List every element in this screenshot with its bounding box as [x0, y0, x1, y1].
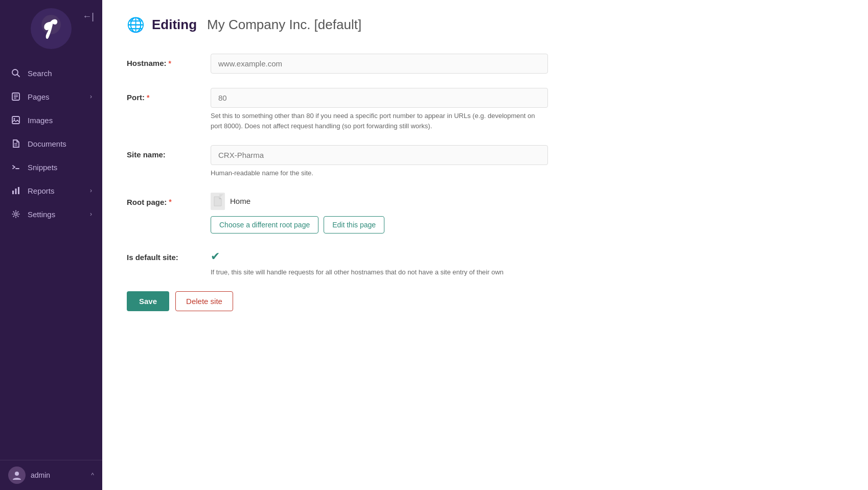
main-content: 🌐 Editing My Company Inc. [default] Host… [102, 0, 868, 490]
root-page-name: Home [230, 197, 250, 205]
avatar [8, 466, 26, 484]
hostname-input[interactable] [211, 54, 548, 74]
svg-point-1 [54, 20, 57, 22]
sidebar-item-documents[interactable]: Documents [0, 132, 102, 155]
pages-icon [10, 91, 21, 102]
user-menu-chevron-icon: ^ [91, 472, 94, 479]
hostname-field-wrap [211, 54, 548, 74]
root-page-required: * [169, 198, 171, 206]
root-page-field-wrap: Home Choose a different root page Edit t… [211, 193, 548, 234]
sidebar-item-label-search: Search [28, 69, 52, 78]
sidebar-item-pages[interactable]: Pages › [0, 85, 102, 108]
svg-line-3 [17, 75, 20, 77]
port-required: * [147, 94, 149, 102]
sidebar-item-label-settings: Settings [28, 210, 55, 219]
save-button[interactable]: Save [127, 291, 169, 311]
is-default-field-wrap: ✔ If true, this site will handle request… [211, 248, 548, 277]
chevron-right-icon: › [90, 93, 92, 100]
port-row: Port: * Set this to something other than… [127, 88, 843, 131]
is-default-label: Is default site: [127, 248, 198, 262]
port-label: Port: * [127, 88, 198, 102]
images-icon [10, 114, 21, 126]
edit-page-button[interactable]: Edit this page [324, 216, 384, 234]
user-footer[interactable]: admin ^ [0, 460, 102, 490]
page-title-name: My Company Inc. [default] [207, 17, 361, 33]
sidebar-item-settings[interactable]: Settings › [0, 202, 102, 226]
search-icon [10, 67, 21, 79]
svg-rect-13 [12, 191, 14, 194]
sidebar-item-images[interactable]: Images [0, 108, 102, 132]
sidebar-item-label-images: Images [28, 116, 53, 125]
reports-icon [10, 185, 21, 196]
svg-point-17 [15, 472, 19, 476]
sidebar: ←| Search [0, 0, 102, 490]
sidebar-item-snippets[interactable]: Snippets [0, 155, 102, 179]
svg-rect-8 [12, 116, 19, 124]
svg-point-9 [14, 118, 15, 120]
chevron-right-settings-icon: › [90, 211, 92, 218]
settings-icon [10, 208, 21, 220]
globe-icon: 🌐 [127, 16, 145, 33]
chevron-right-reports-icon: › [90, 187, 92, 194]
delete-site-button[interactable]: Delete site [175, 291, 233, 311]
is-default-row: Is default site: ✔ If true, this site wi… [127, 248, 843, 277]
site-name-field-wrap: Human-readable name for the site. [211, 145, 548, 178]
sidebar-item-reports[interactable]: Reports › [0, 179, 102, 202]
page-header: 🌐 Editing My Company Inc. [default] [127, 16, 843, 33]
sidebar-item-label-snippets: Snippets [28, 163, 57, 172]
hostname-required: * [169, 59, 171, 67]
form-actions: Save Delete site [127, 291, 843, 311]
svg-rect-14 [15, 189, 17, 194]
documents-icon [10, 138, 21, 149]
site-name-label: Site name: [127, 145, 198, 159]
site-name-input[interactable] [211, 145, 548, 165]
choose-root-page-button[interactable]: Choose a different root page [211, 216, 318, 234]
svg-point-16 [15, 213, 17, 216]
page-doc-icon [211, 193, 225, 210]
snippets-icon [10, 161, 21, 173]
sidebar-item-label-pages: Pages [28, 92, 50, 101]
page-title-editing: Editing [152, 17, 197, 33]
sidebar-item-label-documents: Documents [28, 139, 66, 148]
port-field-wrap: Set this to something other than 80 if y… [211, 88, 548, 131]
sidebar-item-search[interactable]: Search [0, 61, 102, 85]
port-input[interactable] [211, 88, 548, 108]
port-help-text: Set this to something other than 80 if y… [211, 111, 548, 131]
site-name-help-text: Human-readable name for the site. [211, 168, 548, 178]
root-page-buttons: Choose a different root page Edit this p… [211, 216, 548, 234]
hostname-row: Hostname: * [127, 54, 843, 74]
sidebar-logo [31, 8, 72, 49]
brand-bird-icon [36, 12, 66, 45]
svg-rect-15 [18, 187, 19, 194]
root-page-label: Root page: * [127, 193, 198, 206]
sidebar-item-label-reports: Reports [28, 186, 55, 195]
is-default-help-text: If true, this site will handle requests … [211, 267, 548, 277]
sidebar-collapse-button[interactable]: ←| [80, 9, 96, 24]
hostname-label: Hostname: * [127, 54, 198, 67]
is-default-checkbox-wrap: ✔ [211, 248, 548, 263]
root-page-row: Root page: * Home Choose a different roo… [127, 193, 843, 234]
site-name-row: Site name: Human-readable name for the s… [127, 145, 843, 178]
is-default-checkmark-icon[interactable]: ✔ [211, 250, 220, 263]
user-name: admin [31, 471, 86, 479]
sidebar-nav: Search Pages › Images [0, 57, 102, 460]
root-page-display: Home [211, 193, 548, 210]
